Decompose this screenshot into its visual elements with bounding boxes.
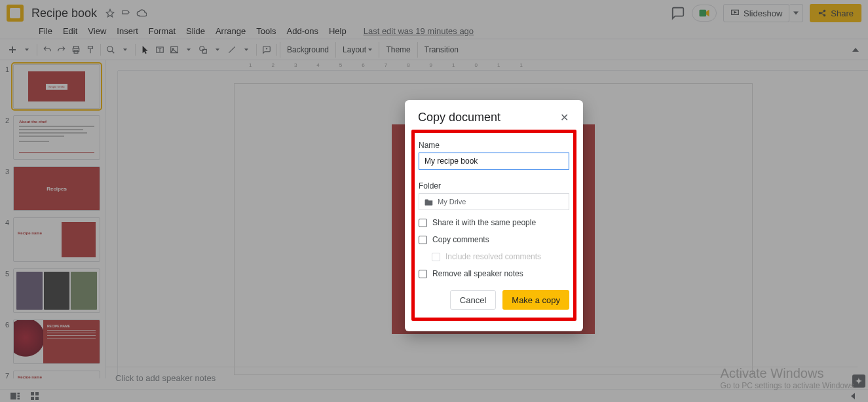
folder-value: My Drive	[438, 198, 466, 206]
copy-document-dialog: Copy document ✕ Name Folder My Drive Sha…	[405, 100, 583, 331]
make-a-copy-button[interactable]: Make a copy	[502, 290, 569, 310]
checkbox-label: Copy comments	[432, 235, 489, 244]
dialog-highlight-box: Name Folder My Drive Share it with the s…	[411, 130, 576, 321]
name-input[interactable]	[419, 153, 569, 170]
remove-speaker-notes-checkbox[interactable]: Remove all speaker notes	[419, 269, 569, 278]
folder-picker[interactable]: My Drive	[419, 193, 569, 210]
dialog-title: Copy document	[418, 111, 500, 124]
checkbox-label: Remove all speaker notes	[432, 269, 523, 278]
cancel-button[interactable]: Cancel	[450, 290, 496, 310]
share-same-people-checkbox[interactable]: Share it with the same people	[419, 218, 569, 227]
checkbox-label: Include resolved comments	[445, 252, 541, 261]
folder-label: Folder	[419, 181, 569, 191]
copy-comments-checkbox[interactable]: Copy comments	[419, 235, 569, 244]
close-icon[interactable]: ✕	[558, 112, 570, 124]
checkbox-label: Share it with the same people	[432, 218, 536, 227]
include-resolved-checkbox: Include resolved comments	[419, 252, 569, 261]
name-label: Name	[419, 141, 569, 150]
